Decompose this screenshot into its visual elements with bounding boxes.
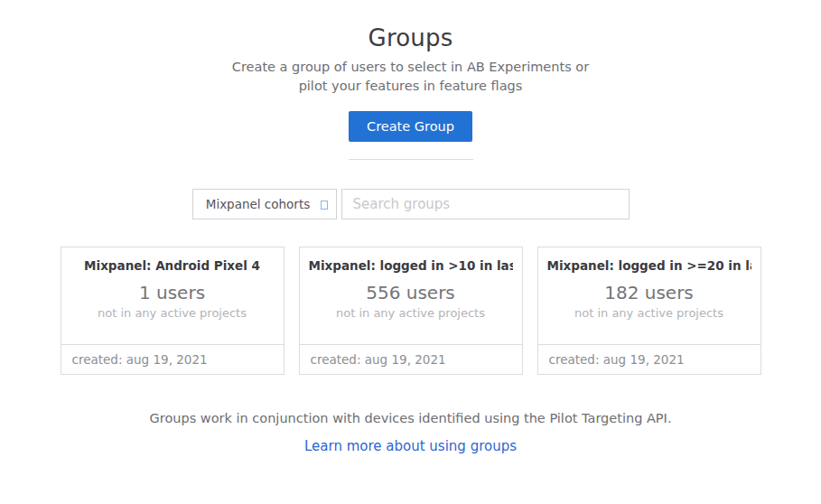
group-card-body: Mixpanel: logged in >10 in last 30 ... 5… xyxy=(300,247,522,344)
group-card[interactable]: Mixpanel: logged in >10 in last 30 ... 5… xyxy=(299,247,523,375)
page-header: Groups Create a group of users to select… xyxy=(0,24,821,160)
group-card-body: Mixpanel: Android Pixel 4 1 users not in… xyxy=(61,247,284,344)
filter-row: Mixpanel cohorts xyxy=(0,189,821,219)
group-created-date: created: aug 19, 2021 xyxy=(538,344,760,374)
search-groups-input[interactable] xyxy=(341,189,630,219)
page-subtitle: Create a group of users to select in AB … xyxy=(0,58,821,96)
footer-info-text: Groups work in conjunction with devices … xyxy=(0,411,821,425)
group-name: Mixpanel: logged in >=20 in last 30... xyxy=(547,258,751,273)
learn-more-link[interactable]: Learn more about using groups xyxy=(304,438,517,454)
dropdown-indicator-icon xyxy=(321,201,328,210)
group-card[interactable]: Mixpanel: logged in >=20 in last 30... 1… xyxy=(537,247,761,375)
group-cards-row: Mixpanel: Android Pixel 4 1 users not in… xyxy=(0,247,821,375)
group-projects-note: not in any active projects xyxy=(309,306,513,320)
page-subtitle-line-2: pilot your features in feature flags xyxy=(0,77,821,96)
group-projects-note: not in any active projects xyxy=(70,306,275,320)
group-user-count: 556 users xyxy=(309,282,513,303)
page-title: Groups xyxy=(0,24,821,51)
header-divider xyxy=(349,159,473,160)
page-subtitle-line-1: Create a group of users to select in AB … xyxy=(0,58,821,77)
group-user-count: 182 users xyxy=(547,282,751,303)
cohort-source-dropdown[interactable]: Mixpanel cohorts xyxy=(192,189,337,219)
group-created-date: created: aug 19, 2021 xyxy=(300,344,522,374)
groups-page: Groups Create a group of users to select… xyxy=(0,0,821,504)
group-card[interactable]: Mixpanel: Android Pixel 4 1 users not in… xyxy=(61,247,285,375)
group-card-body: Mixpanel: logged in >=20 in last 30... 1… xyxy=(538,247,760,344)
group-created-date: created: aug 19, 2021 xyxy=(61,344,284,374)
page-footer: Groups work in conjunction with devices … xyxy=(0,411,821,454)
create-group-button[interactable]: Create Group xyxy=(349,111,472,142)
group-user-count: 1 users xyxy=(70,282,275,303)
group-name: Mixpanel: Android Pixel 4 xyxy=(70,258,275,273)
group-name: Mixpanel: logged in >10 in last 30 ... xyxy=(309,258,513,273)
group-projects-note: not in any active projects xyxy=(547,306,751,320)
cohort-source-dropdown-value: Mixpanel cohorts xyxy=(206,197,323,211)
